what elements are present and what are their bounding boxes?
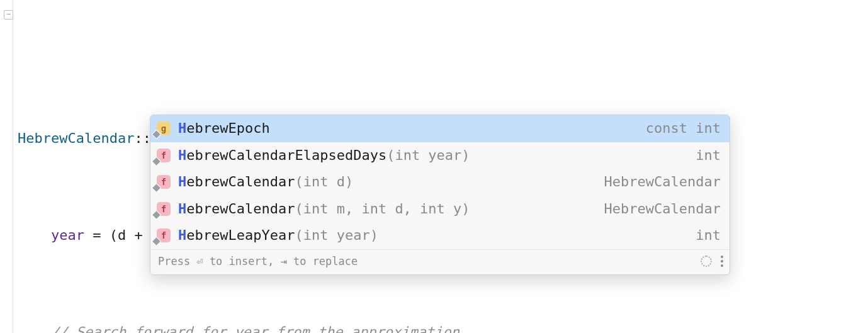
completion-item[interactable]: fHebrewCalendar(int d)HebrewCalendar [150, 169, 730, 196]
popup-footer: Press ⏎ to insert, ⇥ to replace [150, 249, 730, 275]
function-icon: f [157, 175, 171, 189]
more-options-icon[interactable] [721, 256, 723, 267]
function-icon: f [157, 149, 171, 162]
loading-spinner-icon [701, 256, 712, 267]
function-icon: f [157, 229, 171, 242]
completion-type: HebrewCalendar [604, 197, 721, 222]
completion-item[interactable]: gHebrewEpochconst int [150, 115, 730, 142]
punct: :: [134, 130, 151, 146]
completion-item[interactable]: fHebrewCalendar(int m, int d, int y)Hebr… [150, 196, 730, 223]
completion-args: (int year) [386, 144, 470, 168]
completion-name: HebrewCalendarElapsedDays [178, 144, 386, 168]
completion-type: HebrewCalendar [604, 170, 721, 195]
completion-args: (int d) [295, 170, 353, 195]
popup-hint: Press ⏎ to insert, ⇥ to replace [158, 252, 358, 271]
code-line: // Search forward for year from the appr… [18, 320, 868, 334]
completion-type: int [696, 144, 721, 168]
class-name: HebrewCalendar [18, 130, 134, 146]
completion-type: int [696, 223, 721, 248]
completion-type: const int [646, 116, 721, 141]
completion-name: HebrewCalendar [178, 197, 295, 222]
completion-item[interactable]: fHebrewLeapYear(int year)int [150, 222, 730, 249]
function-icon: f [157, 202, 171, 216]
completion-args: (int m, int d, int y) [295, 197, 470, 222]
global-var-icon: g [157, 121, 171, 135]
completion-name: HebrewLeapYear [178, 223, 295, 248]
completion-args: (int year) [295, 223, 378, 248]
identifier: year [51, 227, 84, 243]
completion-name: HebrewEpoch [178, 116, 270, 141]
completion-name: HebrewCalendar [178, 170, 295, 195]
comment: // Search forward for year from the appr… [51, 324, 468, 334]
code-completion-popup[interactable]: gHebrewEpochconst intfHebrewCalendarElap… [150, 115, 730, 275]
completion-item[interactable]: fHebrewCalendarElapsedDays(int year)int [150, 142, 730, 169]
